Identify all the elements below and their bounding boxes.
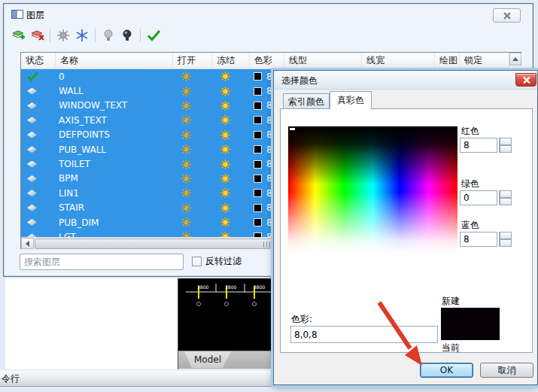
layer-color-swatch[interactable]: [254, 99, 262, 113]
layer-on-sun-icon: [181, 202, 192, 214]
cancel-button[interactable]: 取消: [480, 363, 533, 378]
layer-name: LGT: [59, 229, 76, 237]
green-stepper[interactable]: [499, 190, 511, 205]
layer-freeze-toggle[interactable]: [220, 84, 231, 98]
delete-layer-icon: [30, 29, 44, 42]
layer-status-cell: [27, 84, 37, 98]
layer-on-toggle[interactable]: [181, 156, 192, 171]
layer-color-swatch[interactable]: [254, 201, 262, 215]
layer-status-diamond-icon: [27, 88, 37, 95]
select-color-dialog: 选择颜色 索引颜色 真彩色 红色 绿色 蓝色: [273, 70, 538, 385]
red-label: 红色: [461, 125, 479, 138]
dimension-label: 3800: [254, 285, 265, 290]
layer-on-toggle[interactable]: [181, 142, 192, 156]
green-input[interactable]: [460, 190, 497, 205]
column-header-linetype[interactable]: 线型: [284, 53, 362, 68]
layer-on-toggle[interactable]: [181, 172, 192, 186]
green-label: 绿色: [461, 178, 479, 190]
apply-button[interactable]: [145, 27, 162, 44]
color-value-input[interactable]: [290, 326, 438, 343]
tab-index-color[interactable]: 索引颜色: [283, 93, 330, 109]
toolbar-separator: [140, 29, 141, 42]
column-header-freeze[interactable]: 冻结: [212, 53, 250, 68]
tab-model[interactable]: Model: [184, 351, 231, 368]
layer-on-toggle[interactable]: [181, 186, 192, 200]
column-header-name[interactable]: 名称: [56, 53, 173, 68]
layer-on-button[interactable]: [55, 27, 71, 44]
layer-color-swatch[interactable]: [254, 186, 262, 200]
layer-color-swatch[interactable]: [254, 142, 262, 156]
scroll-up-button[interactable]: [509, 53, 521, 65]
column-header-lineweight[interactable]: 线宽: [362, 53, 435, 68]
layer-freeze-sun-icon: [220, 217, 231, 228]
layer-freeze-toggle[interactable]: [220, 99, 231, 113]
red-stepper[interactable]: [499, 138, 511, 153]
color-spectrum[interactable]: [288, 126, 457, 253]
layer-on-toggle[interactable]: [181, 215, 192, 229]
layer-on-toggle[interactable]: [181, 84, 192, 98]
thumb-grip: [263, 242, 264, 248]
dialog-close-button[interactable]: [515, 73, 536, 87]
layer-freeze-toggle[interactable]: [220, 142, 231, 156]
layer-status-diamond-icon: [27, 205, 37, 211]
layer-color-swatch[interactable]: [254, 84, 262, 98]
column-header-on[interactable]: 打开: [173, 53, 212, 68]
blue-input[interactable]: [460, 232, 497, 247]
layer-freeze-toggle[interactable]: [220, 156, 231, 171]
layer-color-swatch[interactable]: [254, 229, 262, 237]
layer-color-swatch[interactable]: [254, 215, 262, 229]
layer-freeze-toggle[interactable]: [220, 172, 231, 186]
layer-on-toggle[interactable]: [181, 229, 192, 237]
cad-canvas[interactable]: 3800 3800 3800: [178, 278, 273, 351]
red-input[interactable]: [460, 138, 497, 153]
freeze-layer-button[interactable]: [74, 27, 90, 44]
close-button[interactable]: [493, 8, 521, 23]
layer-freeze-toggle[interactable]: [220, 128, 231, 142]
layer-color-swatch[interactable]: [254, 172, 262, 186]
layer-on-toggle[interactable]: [181, 69, 192, 84]
column-header-plot[interactable]: 绘图: [435, 53, 460, 68]
layer-name: TOILET: [59, 156, 90, 171]
ok-button[interactable]: OK: [420, 363, 473, 378]
layer-on-toggle[interactable]: [181, 99, 192, 113]
close-icon: [522, 76, 531, 84]
model-tab-label: Model: [194, 354, 221, 365]
layer-freeze-toggle[interactable]: [220, 69, 231, 84]
layer-status-diamond-icon: [27, 117, 37, 123]
spin-up-icon[interactable]: [499, 190, 511, 198]
layer-color-swatch[interactable]: [254, 113, 262, 127]
lamp-off-button[interactable]: [100, 27, 117, 44]
tab-true-color[interactable]: 真彩色: [330, 91, 372, 110]
scroll-left-button[interactable]: [21, 238, 34, 249]
column-header-color[interactable]: 色彩: [250, 53, 284, 68]
search-input[interactable]: [20, 254, 184, 270]
layer-color-swatch[interactable]: [254, 128, 262, 142]
layer-color-swatch[interactable]: [254, 156, 262, 171]
thumb-grip: [266, 242, 267, 248]
spin-up-icon[interactable]: [499, 138, 511, 145]
spin-down-icon[interactable]: [499, 239, 511, 247]
delete-layer-button[interactable]: [29, 27, 45, 44]
column-header-status[interactable]: 状态: [21, 53, 56, 68]
invert-filter-label: 反转过滤: [205, 255, 242, 268]
layer-freeze-sun-icon: [220, 159, 231, 170]
lamp-on-button[interactable]: [119, 27, 135, 44]
new-layer-button[interactable]: [10, 27, 26, 44]
layer-freeze-toggle[interactable]: [220, 186, 231, 200]
layer-freeze-toggle[interactable]: [220, 201, 231, 215]
layer-on-toggle[interactable]: [181, 113, 192, 127]
current-color-label: 当前: [442, 342, 460, 354]
invert-filter-checkbox[interactable]: [192, 257, 202, 266]
layer-color-swatch[interactable]: [254, 69, 262, 84]
spin-up-icon[interactable]: [499, 232, 511, 239]
blue-stepper[interactable]: [499, 232, 511, 247]
column-header-lock[interactable]: 锁定: [460, 53, 509, 68]
bulb-off-icon: [102, 29, 114, 42]
layer-freeze-toggle[interactable]: [220, 113, 231, 127]
layer-freeze-toggle[interactable]: [220, 229, 231, 237]
layer-on-toggle[interactable]: [181, 201, 192, 215]
spin-down-icon[interactable]: [499, 198, 511, 205]
layer-freeze-toggle[interactable]: [220, 215, 231, 229]
layer-on-toggle[interactable]: [181, 128, 192, 142]
spin-down-icon[interactable]: [499, 145, 511, 153]
